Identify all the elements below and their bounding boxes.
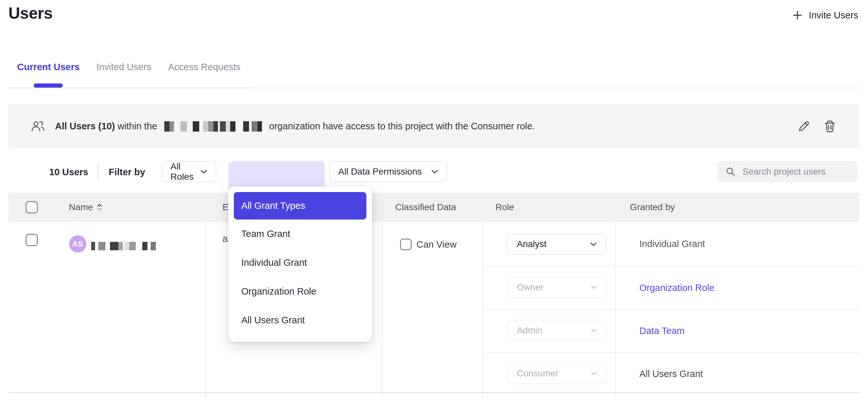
grants-list: Analyst Individual Grant Owner Organizat… <box>483 222 860 393</box>
all-roles-label: All Roles <box>170 161 200 182</box>
chevron-down-icon <box>591 285 597 289</box>
menu-item-individual-grant[interactable]: Individual Grant <box>234 248 366 277</box>
menu-item-team-grant[interactable]: Team Grant <box>234 219 366 248</box>
tab-access-requests[interactable]: Access Requests <box>168 62 241 72</box>
invite-users-button[interactable]: Invite Users <box>792 10 858 21</box>
menu-item-organization-role[interactable]: Organization Role <box>234 277 366 306</box>
search-input[interactable] <box>742 166 850 177</box>
all-users-banner: All Users (10) within the organization h… <box>8 104 860 149</box>
banner-text: All Users (10) within the organization h… <box>55 121 535 132</box>
column-divider <box>206 222 207 399</box>
grant-row: Admin Data Team <box>483 309 860 352</box>
role-select-disabled: Owner <box>507 277 607 298</box>
grant-row: Analyst Individual Grant <box>483 222 860 266</box>
can-view-checkbox[interactable] <box>400 239 412 250</box>
edit-pencil-icon[interactable] <box>796 119 810 133</box>
granted-by-value: Individual Grant <box>639 239 705 249</box>
tab-current-users[interactable]: Current Users <box>17 62 80 72</box>
banner-bold: All Users (10) <box>55 121 115 132</box>
role-value: Analyst <box>517 239 547 249</box>
column-granted-by-label: Granted by <box>630 202 675 212</box>
grant-row: Owner Organization Role <box>483 266 860 309</box>
column-classified-data: Classified Data <box>395 193 456 222</box>
column-role: Role <box>495 193 514 222</box>
select-all-checkbox[interactable] <box>26 201 38 213</box>
tab-bar: Current Users Invited Users Access Reque… <box>17 62 241 72</box>
sort-icon <box>97 204 102 211</box>
role-select-disabled: Consumer <box>507 363 607 384</box>
banner-after: organization have access to this project… <box>267 121 535 132</box>
plus-icon <box>792 10 803 21</box>
row-checkbox[interactable] <box>26 234 38 246</box>
granted-by-link[interactable]: Organization Role <box>639 283 714 293</box>
column-classified-label: Classified Data <box>395 202 456 212</box>
row-bottom-border <box>8 392 860 393</box>
user-email: a <box>222 234 228 244</box>
chevron-down-icon <box>200 170 207 174</box>
avatar: AS <box>69 236 86 252</box>
role-value: Admin <box>517 325 542 336</box>
chevron-down-icon <box>591 329 597 332</box>
grant-types-dropdown-menu: All Grant Types Team Grant Individual Gr… <box>228 187 372 342</box>
filter-by-label: Filter by <box>108 167 145 178</box>
table-header: Name Email Classified Data Role Granted … <box>8 193 860 222</box>
column-role-label: Role <box>495 202 514 212</box>
user-count: 10 Users <box>49 167 88 178</box>
menu-item-all-users-grant[interactable]: All Users Grant <box>234 306 366 335</box>
granted-by-value: All Users Grant <box>639 369 703 379</box>
column-divider <box>382 222 382 399</box>
banner-middle: within the <box>115 121 160 132</box>
filter-divider <box>98 163 98 180</box>
column-name[interactable]: Name <box>69 193 102 222</box>
search-icon <box>725 166 736 177</box>
page-title: Users <box>8 4 53 23</box>
column-name-label: Name <box>69 202 93 212</box>
select-all-cell <box>26 193 38 222</box>
can-view-label: Can View <box>416 239 457 250</box>
chevron-down-icon <box>591 371 597 375</box>
role-select[interactable]: Analyst <box>507 234 607 255</box>
tab-divider-line-dark <box>8 88 252 88</box>
all-data-permissions-label: All Data Permissions <box>338 166 422 177</box>
column-granted-by: Granted by <box>630 193 675 222</box>
tab-invited-users[interactable]: Invited Users <box>96 62 151 72</box>
redacted-org-name <box>164 121 262 132</box>
table-body: AS a Can View Analyst Individual Grant O… <box>8 222 860 399</box>
granted-by-link[interactable]: Data Team <box>639 326 685 336</box>
delete-trash-icon[interactable] <box>823 119 837 134</box>
search-box <box>717 161 858 182</box>
role-value: Consumer <box>517 368 559 379</box>
chevron-down-icon <box>590 242 597 246</box>
grant-row: Consumer All Users Grant <box>483 352 860 393</box>
menu-item-all-grant-types-selected[interactable]: All Grant Types <box>234 192 366 219</box>
invite-users-label: Invite Users <box>809 10 858 21</box>
all-data-permissions-filter[interactable]: All Data Permissions <box>329 161 447 182</box>
active-tab-underline <box>34 84 63 88</box>
role-select-disabled: Admin <box>507 320 607 341</box>
users-group-icon <box>31 120 44 132</box>
redacted-user-name <box>91 242 156 250</box>
users-page: Users Invite Users Current Users Invited… <box>0 0 868 399</box>
chevron-down-icon <box>431 170 438 174</box>
role-value: Owner <box>517 282 543 293</box>
all-roles-filter[interactable]: All Roles <box>161 161 216 182</box>
